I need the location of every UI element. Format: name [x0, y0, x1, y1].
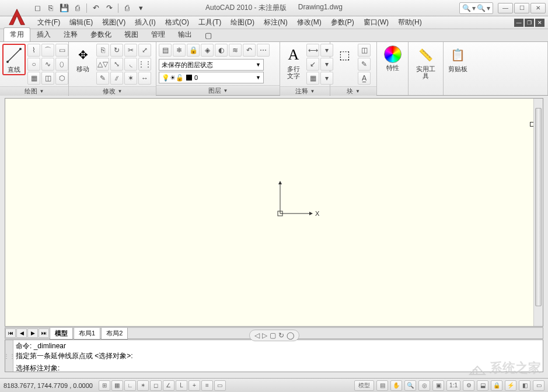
layer-off-icon[interactable]: ◐ [215, 44, 228, 57]
ribbon-tab-output[interactable]: 输出 [172, 27, 198, 41]
tab-layout2[interactable]: 布局2 [101, 327, 128, 340]
nav-stop-icon[interactable]: ◯ [287, 331, 294, 340]
doc-close-button[interactable]: ✕ [535, 19, 544, 27]
ducs-icon[interactable]: L [176, 380, 187, 391]
nav-refresh-icon[interactable]: ↻ [278, 331, 284, 340]
minimize-button[interactable]: — [498, 3, 513, 13]
array-icon[interactable]: ⋮⋮ [138, 58, 151, 71]
explode-icon[interactable]: ✶ [124, 72, 137, 85]
extend-icon[interactable]: ⤢ [138, 44, 151, 57]
menu-draw[interactable]: 绘图(D) [226, 16, 259, 29]
redo-icon[interactable]: ↷ [103, 2, 115, 14]
saveas-icon[interactable]: ⎙ [72, 2, 83, 14]
search-dropdown-icon[interactable]: ▾ [472, 4, 476, 12]
menu-tools[interactable]: 工具(T) [194, 16, 226, 29]
command-line[interactable]: ⋮⋮ 命令: _dimlinear 指定第一条延伸线原点或 <选择对象>: 选择… [5, 340, 543, 372]
mtext-button[interactable]: A 多行 文字 [282, 44, 305, 81]
ribbon-tab-view[interactable]: 视图 [118, 27, 145, 41]
pan-icon[interactable]: ✋ [390, 380, 402, 391]
layer-match-icon[interactable]: ≋ [229, 44, 242, 57]
layer-state-combo[interactable]: 未保存的图层状态 ▼ [159, 59, 264, 71]
ribbon-tab-manage[interactable]: 管理 [145, 27, 172, 41]
new-icon[interactable]: ◻ [32, 2, 43, 14]
maximize-button[interactable]: ☐ [514, 3, 529, 13]
table-icon[interactable]: ▦ [306, 72, 319, 85]
zoom-icon[interactable]: 🔍 [404, 380, 416, 391]
menu-file[interactable]: 文件(F) [33, 16, 65, 29]
polar-icon[interactable]: ✶ [137, 380, 149, 391]
ellipse-icon[interactable]: ⬯ [55, 58, 68, 71]
offset-icon[interactable]: ⫽ [110, 72, 123, 85]
dim-linear-icon[interactable]: ⟷ [306, 44, 319, 57]
isolate-icon[interactable]: ◧ [519, 380, 530, 391]
ws-switch-icon[interactable]: ⬓ [477, 380, 488, 391]
trim-icon[interactable]: ✂ [124, 44, 137, 57]
paste-button[interactable]: 📋 剪贴板 [446, 44, 469, 74]
ribbon-tab-annotate[interactable]: 注释 [57, 27, 84, 41]
panel-title-annotation[interactable]: 注释▼ [280, 86, 330, 96]
scrollbar-vertical[interactable] [533, 99, 543, 326]
scale-icon[interactable]: ⤡ [110, 58, 123, 71]
drawing-canvas[interactable]: X Y [5, 98, 543, 327]
hw-accel-icon[interactable]: ⚡ [505, 380, 516, 391]
info-dropdown-icon[interactable]: ▾ [487, 4, 490, 12]
doc-minimize-button[interactable]: — [514, 19, 523, 27]
polyline-icon[interactable]: ⌇ [27, 44, 40, 57]
spline-icon[interactable]: ∿ [41, 58, 54, 71]
line-button[interactable]: 直线 [2, 44, 26, 75]
edit-block-icon[interactable]: ✎ [358, 58, 371, 71]
create-block-icon[interactable]: ◫ [358, 44, 371, 57]
menu-format[interactable]: 格式(O) [160, 16, 194, 29]
panel-title-block[interactable]: 块▼ [330, 86, 376, 96]
search-box[interactable]: 🔍 ▾ 🔍 ▾ [459, 2, 493, 14]
panel-title-layer[interactable]: 图层▼ [156, 85, 280, 95]
menu-window[interactable]: 窗口(W) [359, 16, 393, 29]
app-logo[interactable] [2, 2, 32, 32]
circle-icon[interactable]: ○ [27, 58, 40, 71]
move-button[interactable]: ✥ 移动 [71, 44, 95, 74]
attr-icon[interactable]: A̲ [358, 72, 371, 85]
undo-icon[interactable]: ↶ [90, 2, 102, 14]
search-icon[interactable]: 🔍 [477, 4, 486, 12]
clean-screen-icon[interactable]: ▭ [533, 380, 544, 391]
tab-first-icon[interactable]: ⏮ [5, 328, 16, 338]
tab-layout1[interactable]: 布局1 [74, 327, 100, 340]
layer-more-icon[interactable]: ⋯ [257, 44, 270, 57]
properties-button[interactable]: 特性 [381, 44, 404, 73]
save-icon[interactable]: 💾 [58, 2, 70, 14]
nav-rect-icon[interactable]: ▢ [270, 331, 276, 340]
arc-icon[interactable]: ⌒ [41, 44, 54, 57]
menu-modify[interactable]: 修改(M) [292, 16, 326, 29]
layout-quick-icon[interactable]: ▤ [376, 380, 388, 391]
layer-prop-icon[interactable]: ▤ [159, 44, 172, 57]
anno-vis-icon[interactable]: ⚙ [463, 380, 474, 391]
close-button[interactable]: ✕ [530, 3, 546, 13]
qat-dropdown-icon[interactable]: ▾ [135, 2, 146, 14]
model-space-button[interactable]: 模型 [354, 380, 374, 391]
layer-lock-icon[interactable]: 🔒 [187, 44, 200, 57]
tab-model[interactable]: 模型 [50, 327, 73, 340]
measure-button[interactable]: 📏 实用工具 [414, 44, 438, 81]
nav-play-icon[interactable]: ▷ [262, 331, 267, 340]
grid-icon[interactable]: ▦ [111, 380, 123, 391]
fillet-icon[interactable]: ◟ [124, 58, 137, 71]
layer-freeze-icon[interactable]: ❄ [173, 44, 186, 57]
region-icon[interactable]: ◫ [41, 72, 54, 85]
menu-edit[interactable]: 编辑(E) [65, 16, 97, 29]
tab-last-icon[interactable]: ⏭ [39, 328, 49, 338]
ortho-icon[interactable]: ∟ [124, 380, 136, 391]
otrack-icon[interactable]: ∠ [163, 380, 174, 391]
menu-insert[interactable]: 插入(I) [130, 16, 160, 29]
tab-next-icon[interactable]: ▶ [27, 328, 38, 338]
ribbon-tab-extra-icon[interactable]: ▢ [198, 29, 218, 41]
menu-param[interactable]: 参数(P) [326, 16, 359, 29]
showmotion-icon[interactable]: ▣ [432, 380, 444, 391]
scale-button[interactable]: 1:1 [446, 380, 460, 391]
cmdline-grip[interactable]: ⋮⋮ [5, 340, 13, 372]
insert-button[interactable]: ⬚ [333, 44, 356, 67]
leader-icon[interactable]: ↙ [306, 58, 319, 71]
layer-prev-icon[interactable]: ↶ [243, 44, 256, 57]
osnap-icon[interactable]: ◻ [150, 380, 162, 391]
hatch-icon[interactable]: ▦ [27, 72, 40, 85]
polygon-icon[interactable]: ⬡ [55, 72, 68, 85]
